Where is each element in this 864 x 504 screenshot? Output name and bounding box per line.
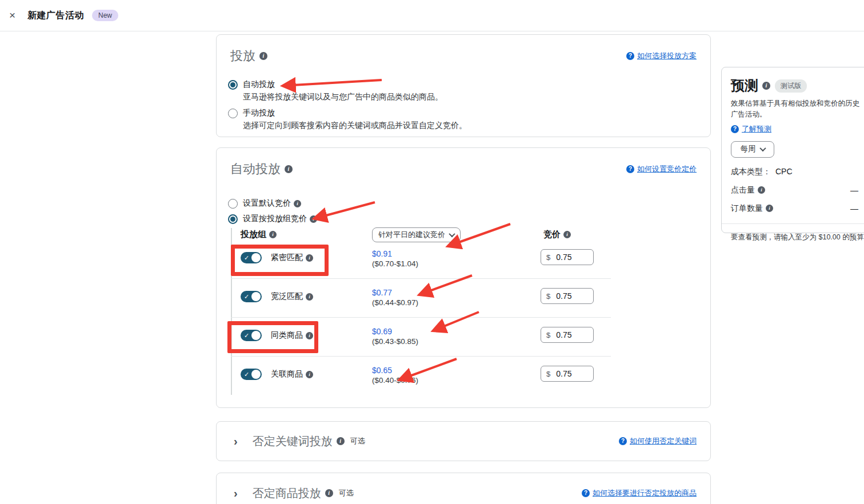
info-icon[interactable] — [762, 82, 770, 90]
metric-value: — — [850, 204, 858, 213]
optional-label: 可选 — [339, 488, 354, 498]
suggested-bid-range: ($0.43-$0.85) — [372, 337, 418, 346]
forecast-learn-link[interactable]: 了解预测 — [731, 124, 864, 134]
forecast-period-dropdown[interactable]: 每周 — [731, 141, 774, 158]
suggested-bid-link[interactable]: $0.69 — [372, 327, 418, 336]
info-icon[interactable] — [306, 254, 313, 262]
negative-keyword-help-link-text[interactable]: 如何使用否定关键词 — [630, 436, 697, 446]
table-row: ✓ 紧密匹配 — [241, 252, 313, 263]
close-icon[interactable]: × — [9, 9, 24, 22]
row-divider — [231, 356, 611, 357]
bid-value-field[interactable] — [556, 291, 585, 301]
targeting-help-link[interactable]: 如何选择投放方案 — [626, 51, 697, 61]
negative-product-title: 否定商品投放 — [253, 486, 321, 501]
question-icon — [731, 125, 739, 133]
bid-pricing-help-link-text[interactable]: 如何设置竞价定价 — [637, 164, 697, 174]
bid-input-complements[interactable]: $ — [541, 366, 594, 382]
cost-type-value: CPC — [775, 167, 793, 176]
bid-header: 竞价 — [543, 229, 561, 240]
indent-line — [231, 228, 232, 395]
bid-pricing-help-link[interactable]: 如何设置竞价定价 — [626, 164, 697, 174]
radio-default-bid-label: 设置默认竞价 — [243, 198, 291, 209]
bid-value-field[interactable] — [556, 369, 585, 378]
suggested-bid-link[interactable]: $0.91 — [372, 249, 418, 258]
table-row: ✓ 同类商品 — [241, 330, 313, 341]
row-label: 宽泛匹配 — [271, 291, 303, 302]
forecast-metric-orders: 订单数量 — — [731, 203, 864, 214]
suggested-bid-dropdown[interactable]: 针对平日的建议竞价 — [372, 227, 461, 242]
toggle-loose-match[interactable]: ✓ — [241, 291, 262, 302]
bid-input-close-match[interactable]: $ — [541, 249, 594, 265]
table-row: ✓ 关联商品 — [241, 369, 313, 380]
row-label: 同类商品 — [271, 330, 303, 341]
suggested-bid: $0.91 ($0.70-$1.04) — [372, 249, 418, 268]
info-icon[interactable] — [306, 332, 313, 339]
suggested-bid-range: ($0.40-$0.76) — [372, 376, 418, 385]
question-icon — [619, 437, 627, 445]
toggle-complements[interactable]: ✓ — [241, 369, 262, 380]
chevron-down-icon — [449, 231, 455, 237]
chevron-right-icon[interactable]: › — [234, 435, 238, 448]
beta-badge: 测试版 — [775, 79, 807, 93]
currency-symbol: $ — [546, 292, 550, 301]
info-icon[interactable] — [294, 200, 301, 207]
metric-label: 点击量 — [731, 185, 755, 195]
bid-input-loose-match[interactable]: $ — [541, 288, 594, 304]
info-icon[interactable] — [766, 205, 773, 212]
negative-keyword-title: 否定关键词投放 — [253, 434, 333, 449]
forecast-panel: 预测 测试版 效果估算基于具有相似投放和竞价的历史广告活动。 了解预测 每周 成… — [721, 67, 864, 233]
suggested-bid: $0.69 ($0.43-$0.85) — [372, 327, 418, 346]
info-icon[interactable] — [306, 293, 313, 301]
info-icon[interactable] — [285, 165, 293, 173]
info-icon[interactable] — [259, 52, 267, 60]
toggle-close-match[interactable]: ✓ — [241, 252, 262, 263]
table-row: ✓ 宽泛匹配 — [241, 291, 313, 302]
radio-selected-icon[interactable] — [228, 80, 238, 90]
info-icon[interactable] — [758, 186, 765, 194]
targeting-card: 投放 如何选择投放方案 自动投放 亚马逊将投放关键词以及与您广告中的商品类似的商… — [216, 34, 711, 137]
radio-unselected-icon[interactable] — [228, 109, 238, 118]
bid-value-field[interactable] — [556, 330, 585, 339]
suggested-bid-link[interactable]: $0.77 — [372, 288, 418, 297]
targeting-help-link-text[interactable]: 如何选择投放方案 — [637, 51, 697, 61]
suggested-bid-range: ($0.70-$1.04) — [372, 259, 418, 268]
forecast-learn-link-text[interactable]: 了解预测 — [742, 124, 771, 134]
radio-default-bid[interactable]: 设置默认竞价 — [228, 198, 301, 209]
radio-unselected-icon[interactable] — [228, 199, 238, 209]
bid-value-field[interactable] — [556, 253, 585, 262]
suggested-bid-dropdown-label: 针对平日的建议竞价 — [378, 230, 445, 240]
radio-bid-by-group-label: 设置按投放组竞价 — [243, 214, 307, 224]
radio-bid-by-group[interactable]: 设置按投放组竞价 — [228, 214, 317, 224]
radio-manual-targeting[interactable]: 手动投放 — [228, 108, 697, 118]
radio-auto-targeting-label: 自动投放 — [243, 79, 275, 90]
info-icon[interactable] — [337, 437, 345, 445]
info-icon[interactable] — [325, 489, 333, 497]
radio-manual-targeting-label: 手动投放 — [243, 108, 275, 118]
radio-selected-icon[interactable] — [228, 214, 238, 224]
info-icon[interactable] — [269, 231, 277, 238]
negative-keyword-help-link[interactable]: 如何使用否定关键词 — [619, 436, 697, 446]
info-icon[interactable] — [563, 231, 571, 238]
bid-input-substitutes[interactable]: $ — [541, 327, 594, 343]
suggested-bid-link[interactable]: $0.65 — [372, 366, 418, 375]
forecast-metric-clicks: 点击量 — — [731, 185, 864, 195]
radio-auto-targeting[interactable]: 自动投放 — [228, 79, 697, 90]
row-divider — [231, 278, 611, 279]
radio-auto-targeting-desc: 亚马逊将投放关键词以及与您广告中的商品类似的商品。 — [243, 92, 697, 102]
negative-product-help-link[interactable]: 如何选择要进行否定投放的商品 — [582, 488, 697, 498]
auto-targeting-card: 自动投放 如何设置竞价定价 设置默认竞价 设置按投放组竞价 投放组 针对平日的建… — [216, 147, 711, 408]
cost-type-label: 成本类型： — [731, 167, 771, 176]
info-icon[interactable] — [306, 371, 313, 378]
negative-product-help-link-text[interactable]: 如何选择要进行否定投放的商品 — [593, 488, 697, 498]
toggle-substitutes[interactable]: ✓ — [241, 330, 262, 341]
info-icon[interactable] — [310, 215, 317, 223]
forecast-description: 效果估算基于具有相似投放和竞价的历史广告活动。 — [731, 98, 864, 121]
row-label: 关联商品 — [271, 369, 303, 379]
question-icon — [626, 165, 634, 173]
chevron-right-icon[interactable]: › — [234, 487, 238, 500]
forecast-note: 要查看预测，请输入至少为 $10.00 的预算 — [731, 232, 864, 243]
targeting-card-title: 投放 — [230, 47, 255, 65]
row-divider — [231, 317, 611, 318]
suggested-bid: $0.65 ($0.40-$0.76) — [372, 366, 418, 385]
currency-symbol: $ — [546, 370, 550, 378]
